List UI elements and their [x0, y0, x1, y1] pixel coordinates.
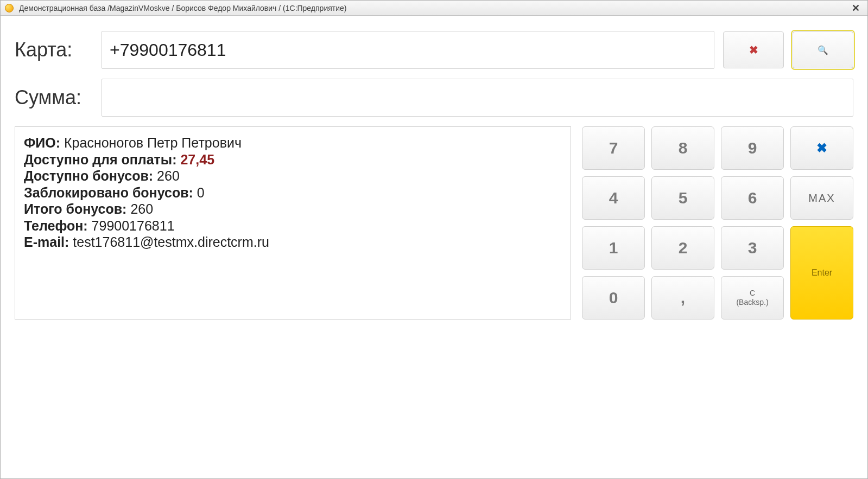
info-email: E-mail: test176811@testmx.directcrm.ru: [24, 234, 562, 251]
key-4[interactable]: 4: [582, 176, 645, 220]
fio-value: Красноногов Петр Петрович: [64, 135, 242, 150]
card-label: Карта:: [15, 39, 102, 61]
clear-card-button[interactable]: ✖: [723, 31, 784, 68]
search-button[interactable]: 🔍: [793, 31, 853, 68]
avail-bonus-value: 260: [157, 168, 180, 183]
sum-row: Сумма:: [15, 79, 853, 117]
key-7[interactable]: 7: [582, 126, 645, 170]
content-area: Карта: ✖ 🔍 Сумма: ФИО: Красноногов Петр …: [1, 16, 867, 478]
card-row: Карта: ✖ 🔍: [15, 31, 853, 69]
key-backspace[interactable]: C (Backsp.): [721, 276, 784, 320]
info-phone: Телефон: 79900176811: [24, 218, 562, 234]
info-fio: ФИО: Красноногов Петр Петрович: [24, 135, 562, 151]
info-avail-pay: Доступно для оплаты: 27,45: [24, 151, 562, 168]
info-avail-bonus: Доступно бонусов: 260: [24, 168, 562, 184]
total-bonus-label: Итого бонусов:: [24, 201, 126, 216]
key-backspace-label: (Backsp.): [736, 298, 768, 307]
app-window: Демонстрационная база /MagazinVMoskve / …: [0, 0, 868, 479]
phone-label: Телефон:: [24, 218, 88, 233]
email-value: test176811@testmx.directcrm.ru: [73, 234, 269, 250]
x-icon: ✖: [749, 43, 758, 56]
key-2[interactable]: 2: [651, 226, 714, 270]
phone-value: 79900176811: [92, 218, 175, 233]
key-enter[interactable]: Enter: [790, 226, 853, 320]
fio-label: ФИО:: [24, 135, 60, 150]
key-6[interactable]: 6: [721, 176, 784, 220]
key-5[interactable]: 5: [651, 176, 714, 220]
blocked-bonus-label: Заблокировано бонусов:: [24, 185, 193, 200]
key-delete[interactable]: ✖: [790, 126, 853, 170]
customer-info-panel: ФИО: Красноногов Петр Петрович Доступно …: [15, 126, 571, 320]
key-0[interactable]: 0: [582, 276, 645, 320]
sum-input[interactable]: [102, 79, 853, 117]
key-3[interactable]: 3: [721, 226, 784, 270]
info-total-bonus: Итого бонусов: 260: [24, 201, 562, 218]
window-title: Демонстрационная база /MagazinVMoskve / …: [19, 4, 848, 12]
numeric-keypad: 7 8 9 ✖ 4 5 6 MAX 1 2 3 Enter 0 , C (Bac…: [582, 126, 853, 320]
key-backspace-c: C: [750, 289, 755, 298]
key-1[interactable]: 1: [582, 226, 645, 270]
card-input[interactable]: [102, 31, 714, 69]
close-icon[interactable]: ✕: [848, 2, 863, 14]
avail-pay-label: Доступно для оплаты:: [24, 152, 177, 167]
sum-label: Сумма:: [15, 86, 102, 109]
info-blocked-bonus: Заблокировано бонусов: 0: [24, 184, 562, 201]
total-bonus-value: 260: [130, 201, 153, 216]
key-comma[interactable]: ,: [651, 276, 714, 320]
key-8[interactable]: 8: [651, 126, 714, 170]
avail-bonus-label: Доступно бонусов:: [24, 168, 153, 183]
blocked-bonus-value: 0: [197, 185, 205, 200]
titlebar: Демонстрационная база /MagazinVMoskve / …: [1, 1, 867, 16]
key-9[interactable]: 9: [721, 126, 784, 170]
email-label: E-mail:: [24, 234, 69, 250]
lower-area: ФИО: Красноногов Петр Петрович Доступно …: [15, 126, 853, 320]
search-icon: 🔍: [818, 45, 828, 55]
app-icon: [5, 4, 14, 12]
key-max[interactable]: MAX: [790, 176, 853, 220]
avail-pay-value: 27,45: [180, 152, 214, 167]
